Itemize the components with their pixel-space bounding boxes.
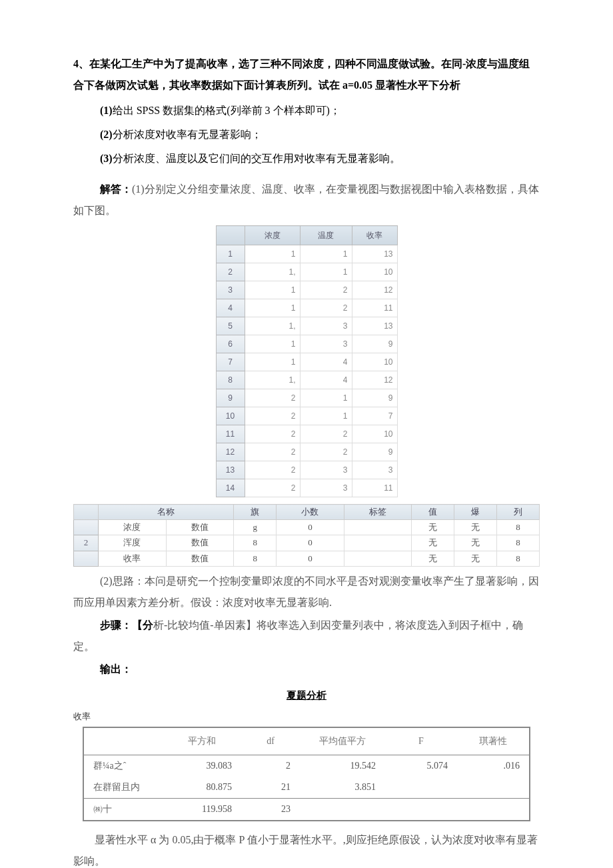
data-col-header: 温度 [300,226,352,245]
data-cell: 1 [300,263,352,281]
anova-cell [385,777,457,799]
answer-p1-pre: (1) [132,183,145,195]
anova-row: 群¼a之ˆ 39.083 2 19.542 5.074 .016 [83,755,530,777]
data-cell: 4 [300,371,352,389]
p2-steps: 步骤：【分析-比较均值-单因素】将收率选入到因变量列表中，将浓度选入到因子框中，… [73,615,540,657]
data-cell: 2 [300,425,352,443]
data-col-header: 收率 [352,226,397,245]
table-header-row: 浓度 温度 收率 [216,226,397,245]
row-number [74,520,99,535]
p2-idea-label: 思路： [113,575,145,587]
row-number [74,551,99,566]
anova-header: 平均值平方 [300,727,385,755]
var-type: 数值 [166,551,234,566]
varview-header: 爆 [454,505,497,520]
table-row: 13 2 3 3 [216,461,397,479]
varview-header: 列 [497,505,540,520]
data-cell: 9 [352,443,397,461]
var-type: 数值 [166,520,234,535]
table-row: 8 1, 4 12 [216,371,397,389]
p2-prefix: (2) [100,575,113,587]
table-row: 7 1 4 10 [216,353,397,371]
table-row: 12 2 2 9 [216,443,397,461]
anova-cell [457,777,530,799]
var-label [344,520,412,535]
answer-p1: 解答：(1)分别定义分组变量浓度、温度、收率，在变量视图与数据视图中输入表格数据… [73,179,540,221]
table-header-row: 名称 旗 小数 标签 值 爆 列 [74,505,540,520]
anova-title: 夏题分析 [73,685,540,705]
data-cell: 1 [300,407,352,425]
row-number: 5 [216,317,245,335]
data-cell: 2 [300,299,352,317]
anova-header: 琪著性 [457,727,530,755]
table-row: 浓度 数值 g 0 无 无 8 [74,520,540,535]
table-row: 2 1, 1 10 [216,263,397,281]
row-number: 14 [216,479,245,497]
var-values: 无 [412,535,454,551]
q1-prefix: (1) [100,105,113,116]
row-number: 13 [216,461,245,479]
data-cell: 12 [352,371,397,389]
data-cell: 1 [245,299,300,317]
data-cell: 3 [300,335,352,353]
anova-cell: 2 [241,755,300,777]
conclusion: 显著性水平 α 为 0.05,由于概率 P 值小于显著性水平。,则应拒绝原假设，… [73,829,540,868]
anova-cell: .016 [457,755,530,777]
var-values: 无 [412,551,454,566]
row-number: 4 [216,299,245,317]
row-number: 7 [216,353,245,371]
anova-cell [385,798,457,821]
var-decimals: 0 [277,551,344,566]
table-row: 14 2 3 11 [216,479,397,497]
p2-idea: (2)思路：本问是研究一个控制变量即浓度的不同水平是否对观测变量收率产生了显著影… [73,571,540,613]
anova-cell: ㈱十 [83,798,163,821]
var-columns: 8 [497,535,540,551]
anova-cell: 在群留且内 [83,777,163,799]
data-cell: 1 [245,281,300,299]
var-missing: 无 [454,535,497,551]
answer-label: 解答： [100,183,132,195]
anova-cell [300,798,385,821]
var-decimals: 0 [277,520,344,535]
data-cell: 2 [300,443,352,461]
data-cell: 1 [245,353,300,371]
corner-cell [216,226,245,245]
problem-number: 4 [73,58,79,69]
q2-prefix: (2) [100,129,113,140]
data-cell: 1 [300,389,352,407]
spss-dataview-table: 浓度 温度 收率 1 1 1 132 1, 1 103 1 2 124 1 2 … [216,225,398,497]
p2-output: 输出： [73,659,540,680]
var-width: 8 [234,551,277,566]
table-row: 5 1, 3 13 [216,317,397,335]
var-missing: 无 [454,551,497,566]
var-columns: 8 [497,520,540,535]
table-row: 10 2 1 7 [216,407,397,425]
question-3: (3)分析浓度、温度以及它们间的交互作用对收率有无显著影响。 [73,148,540,169]
var-width: 8 [234,535,277,551]
data-cell: 10 [352,263,397,281]
row-number: 2 [216,263,245,281]
data-cell: 3 [300,317,352,335]
data-cell: 1 [300,245,352,263]
data-cell: 2 [300,281,352,299]
data-col-header: 浓度 [245,226,300,245]
var-type: 数值 [166,535,234,551]
spss-varview-table: 名称 旗 小数 标签 值 爆 列 浓度 数值 g 0 无 无 82 浑度 数值 … [73,504,540,567]
data-cell: 1, [245,317,300,335]
row-number: 11 [216,425,245,443]
var-missing: 无 [454,520,497,535]
question-1: (1)给出 SPSS 数据集的格式(列举前 3 个样本即可)； [73,100,540,121]
problem-intro: 4、在某化工生产中为了提高收率，选了三种不同浓度，四种不同温度做试验。在同-浓度… [73,53,540,96]
data-cell: 1 [245,245,300,263]
table-row: 2 浑度 数值 8 0 无 无 8 [74,535,540,551]
data-cell: 2 [245,443,300,461]
data-cell: 2 [245,425,300,443]
anova-row: 在群留且内 80.875 21 3.851 [83,777,530,799]
data-cell: 13 [352,317,397,335]
q2-text: 分析浓度对收率有无显著影响； [113,129,262,140]
data-cell: 2 [245,407,300,425]
anova-cell: 21 [241,777,300,799]
row-number: 9 [216,389,245,407]
data-cell: 3 [300,461,352,479]
anova-cell: 19.542 [300,755,385,777]
